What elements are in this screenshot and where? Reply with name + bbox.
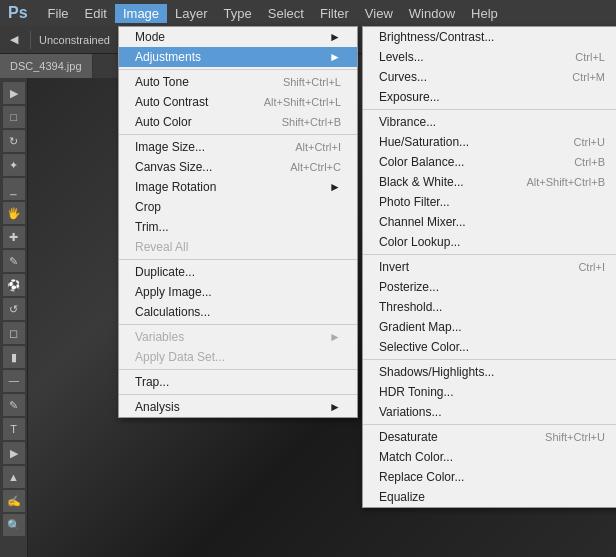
tool-clone[interactable]: ⚽ [3, 274, 25, 296]
image-menu-dropdown: Mode ► Adjustments ► Auto Tone Shift+Ctr… [118, 26, 358, 418]
app-logo: Ps [4, 4, 32, 22]
menu-view[interactable]: View [357, 4, 401, 23]
adj-shadows-highlights[interactable]: Shadows/Highlights... [363, 362, 616, 382]
image-menu-apply-image[interactable]: Apply Image... [119, 282, 357, 302]
adj-levels[interactable]: Levels... Ctrl+L [363, 47, 616, 67]
image-menu-image-rotation[interactable]: Image Rotation ► [119, 177, 357, 197]
tool-path-select[interactable]: ▶ [3, 442, 25, 464]
adj-black-white[interactable]: Black & White... Alt+Shift+Ctrl+B [363, 172, 616, 192]
image-menu-sep4 [119, 324, 357, 325]
image-menu-adjustments[interactable]: Adjustments ► [119, 47, 357, 67]
adj-threshold[interactable]: Threshold... [363, 297, 616, 317]
adj-desaturate[interactable]: Desaturate Shift+Ctrl+U [363, 427, 616, 447]
menu-layer[interactable]: Layer [167, 4, 216, 23]
menu-file[interactable]: File [40, 4, 77, 23]
menu-help[interactable]: Help [463, 4, 506, 23]
toolbar-separator-1 [30, 31, 31, 49]
tool-gradient[interactable]: ▮ [3, 346, 25, 368]
adj-hdr-toning[interactable]: HDR Toning... [363, 382, 616, 402]
adj-equalize[interactable]: Equalize [363, 487, 616, 507]
image-menu-apply-data-set[interactable]: Apply Data Set... [119, 347, 357, 367]
menu-bar: Ps File Edit Image Layer Type Select Fil… [0, 0, 616, 26]
menu-image[interactable]: Image [115, 4, 167, 23]
tool-brush[interactable]: ✎ [3, 250, 25, 272]
adj-color-lookup[interactable]: Color Lookup... [363, 232, 616, 252]
menu-select[interactable]: Select [260, 4, 312, 23]
tool-select-rect[interactable]: □ [3, 106, 25, 128]
adj-sep3 [363, 359, 616, 360]
image-menu-sep5 [119, 369, 357, 370]
image-menu-sep3 [119, 259, 357, 260]
tool-crop[interactable]: ⎯ [3, 178, 25, 200]
image-menu-image-size[interactable]: Image Size... Alt+Ctrl+I [119, 137, 357, 157]
adj-vibrance[interactable]: Vibrance... [363, 112, 616, 132]
toolbar-arrow-btn[interactable]: ◀ [6, 31, 22, 48]
adj-brightness-contrast[interactable]: Brightness/Contrast... [363, 27, 616, 47]
image-menu-analysis[interactable]: Analysis ► [119, 397, 357, 417]
image-menu-auto-color[interactable]: Auto Color Shift+Ctrl+B [119, 112, 357, 132]
tool-hand[interactable]: ✍ [3, 490, 25, 512]
menu-window[interactable]: Window [401, 4, 463, 23]
image-menu-trap[interactable]: Trap... [119, 372, 357, 392]
image-menu-sep1 [119, 69, 357, 70]
adj-invert[interactable]: Invert Ctrl+I [363, 257, 616, 277]
adj-variations[interactable]: Variations... [363, 402, 616, 422]
tool-move[interactable]: ▶ [3, 82, 25, 104]
adj-channel-mixer[interactable]: Channel Mixer... [363, 212, 616, 232]
tool-eraser[interactable]: ◻ [3, 322, 25, 344]
menu-type[interactable]: Type [216, 4, 260, 23]
image-menu-variables[interactable]: Variables ► [119, 327, 357, 347]
adjustments-menu-dropdown: Brightness/Contrast... Levels... Ctrl+L … [362, 26, 616, 508]
image-menu-trim[interactable]: Trim... [119, 217, 357, 237]
adj-color-balance[interactable]: Color Balance... Ctrl+B [363, 152, 616, 172]
image-menu-duplicate[interactable]: Duplicate... [119, 262, 357, 282]
tool-zoom[interactable]: 🔍 [3, 514, 25, 536]
adj-sep2 [363, 254, 616, 255]
tools-panel: ▶ □ ↻ ✦ ⎯ 🖐 ✚ ✎ ⚽ ↺ ◻ ▮ ⸻ ✎ T ▶ ▲ ✍ 🔍 [0, 78, 28, 557]
tool-magic-wand[interactable]: ✦ [3, 154, 25, 176]
menu-edit[interactable]: Edit [77, 4, 115, 23]
image-menu-canvas-size[interactable]: Canvas Size... Alt+Ctrl+C [119, 157, 357, 177]
adj-sep4 [363, 424, 616, 425]
adj-match-color[interactable]: Match Color... [363, 447, 616, 467]
tool-text[interactable]: T [3, 418, 25, 440]
adj-selective-color[interactable]: Selective Color... [363, 337, 616, 357]
tool-lasso[interactable]: ↻ [3, 130, 25, 152]
adj-gradient-map[interactable]: Gradient Map... [363, 317, 616, 337]
tool-history-brush[interactable]: ↺ [3, 298, 25, 320]
image-menu-sep2 [119, 134, 357, 135]
toolbar-unconstrained: Unconstrained [39, 34, 110, 46]
tool-pen[interactable]: ✎ [3, 394, 25, 416]
adj-exposure[interactable]: Exposure... [363, 87, 616, 107]
adj-replace-color[interactable]: Replace Color... [363, 467, 616, 487]
image-menu-crop[interactable]: Crop [119, 197, 357, 217]
image-menu-calculations[interactable]: Calculations... [119, 302, 357, 322]
image-menu-auto-tone[interactable]: Auto Tone Shift+Ctrl+L [119, 72, 357, 92]
image-menu-sep6 [119, 394, 357, 395]
adj-curves[interactable]: Curves... Ctrl+M [363, 67, 616, 87]
image-menu-mode[interactable]: Mode ► [119, 27, 357, 47]
adj-photo-filter[interactable]: Photo Filter... [363, 192, 616, 212]
tab-document[interactable]: DSC_4394.jpg [0, 54, 93, 78]
menu-filter[interactable]: Filter [312, 4, 357, 23]
tool-shape[interactable]: ▲ [3, 466, 25, 488]
adj-hue-saturation[interactable]: Hue/Saturation... Ctrl+U [363, 132, 616, 152]
image-menu-reveal-all[interactable]: Reveal All [119, 237, 357, 257]
tool-dodge[interactable]: ⸻ [3, 370, 25, 392]
tool-eyedropper[interactable]: 🖐 [3, 202, 25, 224]
adj-posterize[interactable]: Posterize... [363, 277, 616, 297]
adj-sep1 [363, 109, 616, 110]
tool-heal[interactable]: ✚ [3, 226, 25, 248]
image-menu-auto-contrast[interactable]: Auto Contrast Alt+Shift+Ctrl+L [119, 92, 357, 112]
